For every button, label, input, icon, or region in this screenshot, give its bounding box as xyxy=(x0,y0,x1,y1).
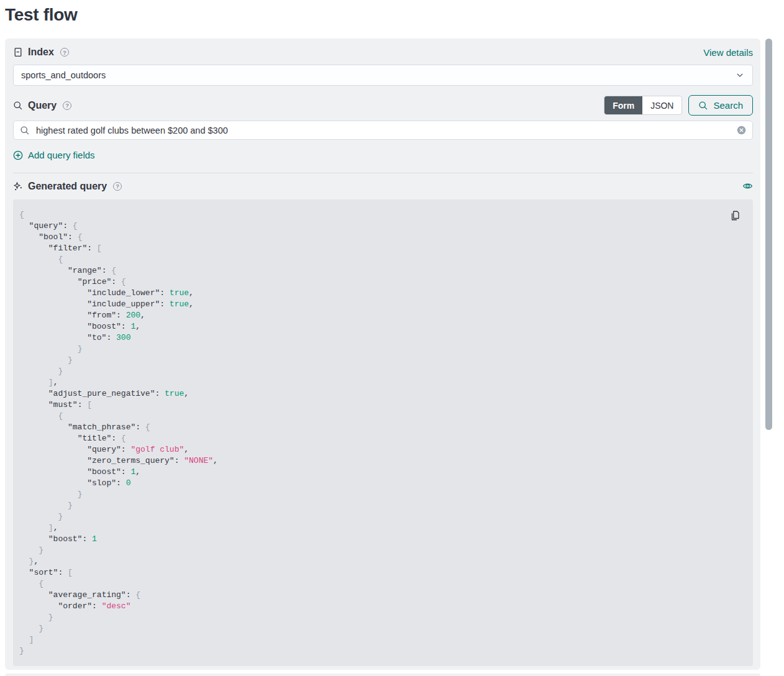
search-button[interactable]: Search xyxy=(688,95,753,116)
query-search-input[interactable]: highest rated golf clubs between $200 an… xyxy=(13,121,753,140)
help-icon[interactable] xyxy=(113,182,122,191)
add-query-fields-label: Add query fields xyxy=(28,150,95,160)
generated-query-header-row: Generated query xyxy=(13,180,753,193)
index-section-title: Index xyxy=(28,47,54,58)
query-section-title: Query xyxy=(28,100,57,111)
query-input-value: highest rated golf clubs between $200 an… xyxy=(36,126,731,135)
mode-form-button[interactable]: Form xyxy=(604,96,642,114)
query-header-row: Query Form JSON Search xyxy=(13,95,753,116)
view-details-link[interactable]: View details xyxy=(703,47,753,58)
test-flow-panel: Index View details sports_and_outdoors Q… xyxy=(5,39,760,670)
generate-icon xyxy=(13,181,23,191)
generated-query-json: { "query": { "bool": { "filter": [ { "ra… xyxy=(19,209,744,657)
next-panel-top-edge xyxy=(5,674,760,676)
help-icon[interactable] xyxy=(60,48,69,57)
help-icon[interactable] xyxy=(63,101,71,110)
index-select[interactable]: sports_and_outdoors xyxy=(13,65,753,86)
chevron-down-icon xyxy=(735,70,745,80)
clear-icon[interactable] xyxy=(737,126,746,135)
generated-query-code: { "query": { "bool": { "filter": [ { "ra… xyxy=(13,199,753,666)
query-mode-toggle: Form JSON xyxy=(604,96,682,115)
index-select-value: sports_and_outdoors xyxy=(21,70,106,80)
add-query-fields-link[interactable]: Add query fields xyxy=(13,150,95,160)
mode-json-button[interactable]: JSON xyxy=(642,96,681,114)
vertical-scrollbar-thumb[interactable] xyxy=(765,39,772,430)
document-icon xyxy=(13,47,23,57)
search-icon xyxy=(698,101,708,111)
generated-query-title: Generated query xyxy=(28,181,107,192)
section-divider xyxy=(13,173,753,173)
plus-circle-icon xyxy=(13,150,23,160)
page-title: Test flow xyxy=(5,5,78,25)
index-header-row: Index View details xyxy=(13,47,753,58)
eye-icon[interactable] xyxy=(742,181,753,191)
copy-icon[interactable] xyxy=(729,210,741,221)
search-button-label: Search xyxy=(713,100,743,111)
search-icon xyxy=(13,101,23,111)
search-icon xyxy=(20,126,30,135)
